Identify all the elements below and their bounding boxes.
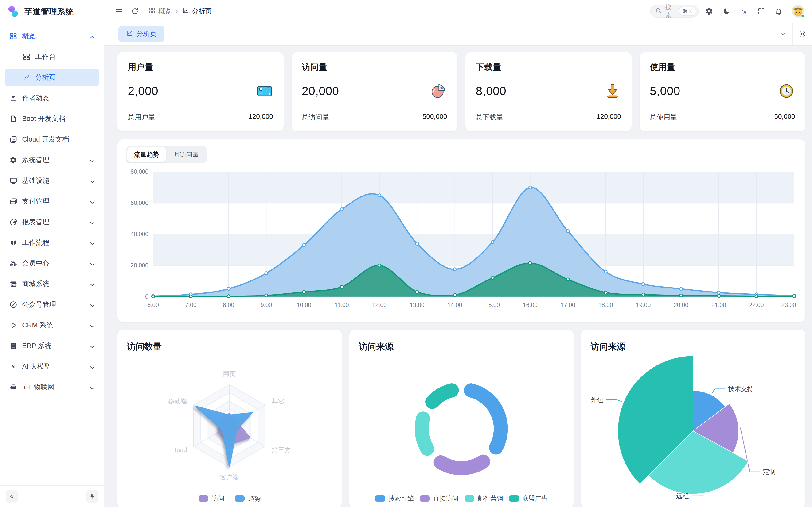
svg-text:其它: 其它 bbox=[272, 398, 285, 405]
pie-icon: % bbox=[430, 82, 447, 100]
sidebar-item-label: 报表管理 bbox=[22, 217, 84, 227]
legend-item[interactable]: 邮件营销 bbox=[464, 494, 503, 503]
legend-item[interactable]: 联盟广告 bbox=[509, 494, 548, 503]
pie-icon bbox=[9, 218, 17, 226]
topbar-actions: 搜索 ⌘ K xA bbox=[650, 4, 805, 18]
rose-pie-chart: 技术支持定制远程外包 bbox=[591, 354, 796, 507]
sidebar-item-doc-4[interactable]: Boot 开发文档 bbox=[5, 110, 99, 128]
refresh-button[interactable] bbox=[128, 4, 142, 18]
legend-label: 直接访问 bbox=[433, 494, 458, 503]
svg-text:19:00: 19:00 bbox=[636, 301, 651, 308]
svg-text:18:00: 18:00 bbox=[598, 301, 613, 308]
chevron-down-icon bbox=[88, 219, 94, 225]
sidebar-item-chart-2[interactable]: 分析页 bbox=[5, 68, 99, 87]
legend-swatch bbox=[509, 496, 519, 502]
sidebar-item-crm-14[interactable]: CRM 系统 bbox=[5, 317, 99, 334]
sidebar-item-label: 作者动态 bbox=[22, 94, 94, 103]
bike-icon bbox=[9, 260, 17, 267]
tab-analysis[interactable]: 分析页 bbox=[118, 25, 164, 43]
sidebar-item-pie-9[interactable]: 报表管理 bbox=[5, 213, 99, 231]
sidebar: 芋道管理系统 概览工作台分析页作者动态Boot 开发文档Cloud 开发文档系统… bbox=[0, 0, 104, 507]
sidebar-item-shop-12[interactable]: 商城系统 bbox=[5, 275, 99, 293]
settings-button[interactable] bbox=[702, 4, 716, 18]
pill-monthly-visits[interactable]: 月访问量 bbox=[167, 148, 205, 162]
sidebar-item-grid-0[interactable]: 概览 bbox=[5, 27, 99, 45]
legend-label: 搜索引擎 bbox=[388, 494, 414, 503]
sidebar-collapse-button[interactable]: « bbox=[6, 490, 18, 503]
sidebar-item-compass-13[interactable]: 公众号管理 bbox=[5, 296, 99, 314]
donut-chart bbox=[359, 354, 564, 492]
svg-text:外包: 外包 bbox=[591, 396, 603, 403]
pill-traffic-trend[interactable]: 流量趋势 bbox=[128, 148, 166, 162]
svg-text:6:00: 6:00 bbox=[148, 301, 159, 308]
svg-text:0: 0 bbox=[145, 293, 149, 300]
page-content: 用户量2,000总用户量120,000访问量20,000%总访问量500,000… bbox=[104, 46, 812, 507]
fullscreen-button[interactable] bbox=[754, 4, 768, 18]
svg-text:23:00: 23:00 bbox=[781, 301, 796, 308]
card-icon bbox=[256, 82, 273, 100]
app-root: 芋道管理系统 概览工作台分析页作者动态Boot 开发文档Cloud 开发文档系统… bbox=[0, 0, 812, 507]
compass-icon bbox=[9, 301, 17, 308]
dark-mode-button[interactable] bbox=[719, 4, 733, 18]
app-title: 芋道管理系统 bbox=[24, 6, 74, 17]
svg-text:16:00: 16:00 bbox=[523, 301, 537, 308]
sidebar-footer: « bbox=[0, 486, 104, 507]
sidebar-item-user-3[interactable]: 作者动态 bbox=[5, 89, 99, 107]
tab-list-dropdown-button[interactable] bbox=[772, 23, 792, 45]
language-button[interactable]: xA bbox=[737, 4, 751, 18]
search-input[interactable]: 搜索 ⌘ K bbox=[650, 5, 699, 17]
sidebar-item-monitor-7[interactable]: 基础设施 bbox=[5, 172, 99, 190]
gear-icon bbox=[9, 156, 17, 164]
sidebar-item-label: IoT 物联网 bbox=[22, 383, 84, 392]
sidebar-item-bike-11[interactable]: 会员中心 bbox=[5, 255, 99, 272]
stat-value: 8,000 bbox=[476, 84, 506, 98]
search-shortcut-badge: ⌘ K bbox=[679, 7, 696, 15]
legend-item[interactable]: 趋势 bbox=[235, 494, 261, 503]
sidebar-item-label: Boot 开发文档 bbox=[22, 114, 94, 123]
tab-bar-controls bbox=[772, 23, 812, 45]
breadcrumb-item-analysis[interactable]: 分析页 bbox=[182, 7, 212, 16]
svg-text:11:00: 11:00 bbox=[335, 301, 349, 308]
svg-text:20:00: 20:00 bbox=[674, 301, 688, 308]
notifications-button[interactable] bbox=[772, 4, 786, 18]
logo[interactable]: 芋道管理系统 bbox=[0, 0, 104, 23]
sidebar-item-label: Cloud 开发文档 bbox=[22, 135, 94, 144]
sidebar-item-iot-17[interactable]: IoT 物联网 bbox=[5, 378, 99, 396]
chevron-down-icon bbox=[88, 301, 94, 308]
svg-text:A: A bbox=[744, 10, 747, 15]
grid-icon bbox=[22, 53, 31, 61]
sidebar-item-docs-5[interactable]: Cloud 开发文档 bbox=[5, 130, 99, 148]
erp-icon bbox=[9, 342, 17, 350]
legend-item[interactable]: 搜索引擎 bbox=[375, 494, 414, 503]
svg-text:12:00: 12:00 bbox=[372, 301, 387, 308]
svg-text:20,000: 20,000 bbox=[131, 262, 149, 269]
bottom-panels-row: 访问数量 网页其它第三方客户端Ipad移动端 访问趋势 访问来源 搜索引擎直接访… bbox=[117, 330, 805, 507]
svg-text:移动端: 移动端 bbox=[168, 398, 187, 405]
menu-toggle-button[interactable] bbox=[112, 4, 126, 18]
sidebar-item-grid-1[interactable]: 工作台 bbox=[5, 48, 99, 66]
trend-tab-pills: 流量趋势 月访问量 bbox=[126, 146, 207, 163]
monitor-icon bbox=[9, 177, 17, 185]
chevron-down-icon bbox=[88, 260, 94, 266]
sidebar-pin-button[interactable] bbox=[86, 490, 98, 503]
avatar[interactable] bbox=[792, 5, 805, 17]
svg-text:9:00: 9:00 bbox=[261, 301, 272, 308]
stat-footer-value: 120,000 bbox=[249, 113, 273, 122]
legend-item[interactable]: 直接访问 bbox=[420, 494, 458, 503]
grid-icon bbox=[149, 7, 156, 16]
sidebar-item-payment-8[interactable]: 支付管理 bbox=[5, 192, 99, 210]
clock-icon bbox=[778, 82, 795, 100]
content-fullscreen-button[interactable] bbox=[792, 23, 812, 45]
legend-label: 邮件营销 bbox=[478, 494, 503, 503]
legend-item[interactable]: 访问 bbox=[199, 494, 224, 503]
sidebar-item-label: 概览 bbox=[22, 32, 84, 41]
breadcrumb-item-overview[interactable]: 概览 bbox=[149, 7, 171, 16]
chart-icon bbox=[22, 73, 31, 81]
sidebar-item-gear-6[interactable]: 系统管理 bbox=[5, 151, 99, 169]
svg-text:网页: 网页 bbox=[223, 371, 236, 378]
sidebar-item-ai-16[interactable]: AIAI 大模型 bbox=[5, 358, 99, 376]
svg-text:远程: 远程 bbox=[676, 493, 689, 500]
stat-footer-label: 总使用量 bbox=[650, 113, 677, 122]
sidebar-item-erp-15[interactable]: ERP 系统 bbox=[5, 337, 99, 355]
sidebar-item-flow-10[interactable]: 工作流程 bbox=[5, 234, 99, 251]
